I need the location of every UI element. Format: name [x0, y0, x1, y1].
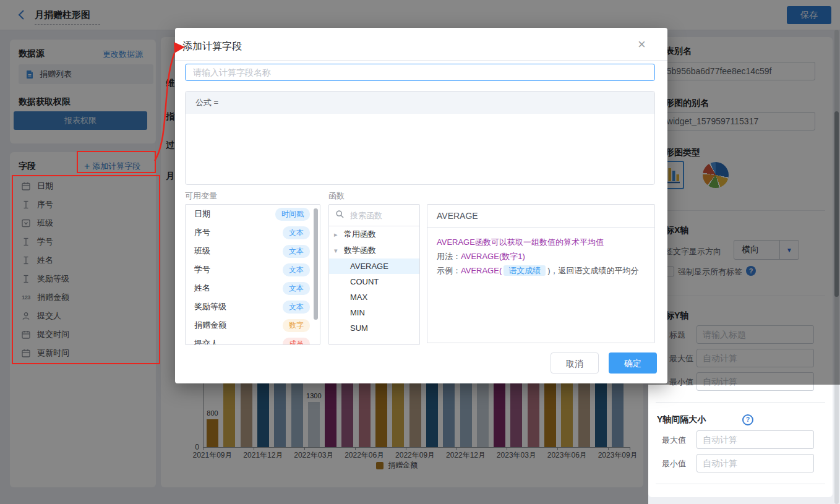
function-item[interactable]: COUNT: [329, 274, 419, 289]
doc-example: 示例：AVERAGE(语文成绩)，返回语文成绩的平均分: [437, 263, 645, 278]
variable-item[interactable]: 学号文本: [186, 260, 320, 279]
variable-type-badge: 成员: [283, 338, 310, 346]
function-group[interactable]: ▸常用函数: [329, 226, 419, 242]
variable-item[interactable]: 奖励等级文本: [186, 297, 320, 316]
variable-type-badge: 数字: [283, 319, 310, 332]
function-item[interactable]: SUM: [329, 320, 419, 336]
function-doc-panel: AVERAGE AVERAGE函数可以获取一组数值的算术平均值 用法：AVERA…: [427, 204, 655, 343]
variables-list: 日期时间戳序号文本班级文本学号文本姓名文本奖励等级文本捐赠金额数字提交人成员: [185, 204, 320, 345]
variable-name: 奖励等级: [194, 301, 226, 312]
variable-name: 班级: [194, 246, 210, 257]
function-group-label: 常用函数: [344, 229, 376, 240]
variable-name: 序号: [194, 227, 210, 238]
function-item[interactable]: MIN: [329, 305, 419, 320]
variable-type-badge: 文本: [283, 301, 310, 314]
divider: [656, 484, 825, 484]
variable-name: 姓名: [194, 283, 210, 294]
calc-field-name-input[interactable]: [185, 64, 655, 81]
variable-item[interactable]: 班级文本: [186, 242, 320, 260]
close-icon[interactable]: ×: [638, 38, 646, 51]
doc-usage: 用法：AVERAGE(数字1): [437, 249, 645, 263]
setting-label: 最小值: [662, 458, 686, 469]
function-group[interactable]: ▾数学函数: [329, 242, 419, 258]
annotation-box-field-list: [12, 175, 160, 364]
modal-title: 添加计算字段: [182, 40, 242, 53]
variable-type-badge: 文本: [283, 263, 310, 276]
search-icon: [335, 210, 345, 221]
variables-title: 可用变量: [185, 190, 217, 202]
help-icon[interactable]: ?: [742, 414, 753, 425]
variable-name: 学号: [194, 264, 210, 275]
variable-type-badge: 文本: [283, 226, 310, 239]
setting-input[interactable]: [696, 454, 814, 472]
variable-item[interactable]: 序号文本: [186, 223, 320, 242]
formula-label: 公式 =: [186, 92, 654, 114]
function-group-label: 数学函数: [344, 245, 376, 256]
function-item[interactable]: AVERAGE: [329, 258, 419, 274]
function-search[interactable]: [329, 205, 419, 226]
confirm-button[interactable]: 确定: [609, 352, 657, 374]
setting-input[interactable]: [696, 430, 814, 449]
divider: [175, 60, 667, 61]
doc-description: AVERAGE函数可以获取一组数值的算术平均值: [437, 235, 645, 249]
function-tree-panel: ▸常用函数▾数学函数AVERAGECOUNTMAXMINSUM: [328, 204, 420, 345]
app-window: 月捐赠柱形图 保存 数据源 更改数据源 捐赠列表 数据获取权限 报表权限 字段 …: [0, 0, 840, 504]
functions-title: 函数: [328, 190, 345, 202]
field-chip: 语文成绩: [504, 265, 546, 276]
function-search-input[interactable]: [349, 210, 410, 221]
modal-overlay: [0, 385, 648, 504]
setting-label: 最大值: [662, 435, 686, 446]
variable-item[interactable]: 姓名文本: [186, 279, 320, 297]
variable-type-badge: 文本: [283, 245, 310, 258]
yinterval-title: Y轴间隔大小: [657, 414, 706, 425]
variable-item[interactable]: 日期时间戳: [186, 205, 320, 223]
variable-name: 日期: [194, 208, 210, 220]
variable-name: 提交人: [194, 338, 218, 345]
function-doc-title: AVERAGE: [427, 205, 654, 228]
formula-editor[interactable]: 公式 =: [185, 91, 655, 185]
variable-item[interactable]: 捐赠金额数字: [186, 316, 320, 335]
annotation-box-add-button: [77, 151, 156, 173]
add-calc-field-modal: 添加计算字段 × 公式 = 可用变量 日期时间戳序号文本班级文本学号文本姓名文本…: [175, 28, 667, 383]
chevron-right-icon: ▸: [334, 231, 340, 239]
variable-name: 捐赠金额: [194, 320, 226, 331]
variable-type-badge: 时间戳: [275, 208, 310, 221]
variable-item[interactable]: 提交人成员: [186, 335, 320, 345]
function-doc-body: AVERAGE函数可以获取一组数值的算术平均值 用法：AVERAGE(数字1) …: [427, 228, 654, 285]
divider: [656, 402, 825, 403]
cancel-button[interactable]: 取消: [551, 352, 599, 374]
scrollbar-thumb[interactable]: [314, 208, 318, 320]
chevron-down-icon: ▾: [334, 247, 340, 255]
variable-type-badge: 文本: [283, 282, 310, 295]
function-item[interactable]: MAX: [329, 289, 419, 305]
